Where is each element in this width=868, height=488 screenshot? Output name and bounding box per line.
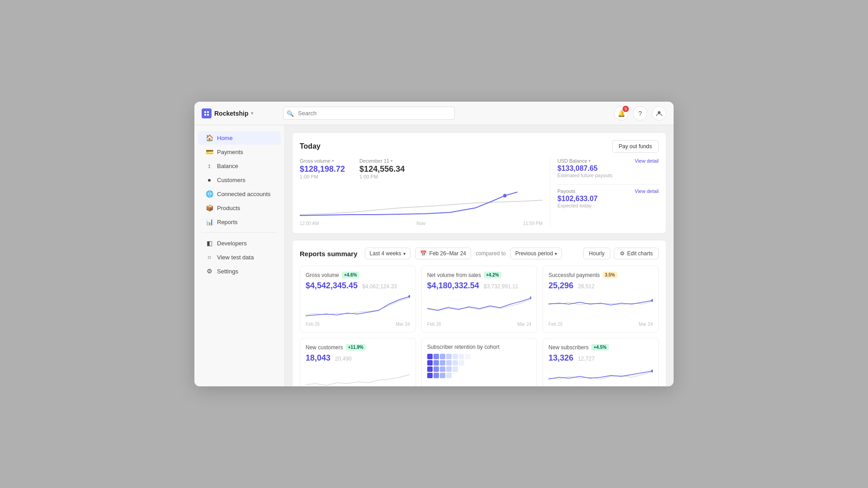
metrics-row: Gross volume ▾ $128,198.72 1:00 PM Decem… xyxy=(300,158,542,179)
cohort-cell xyxy=(427,354,433,359)
stat-new-subscribers-header: New subscribers +4.5% xyxy=(548,344,653,351)
customers-icon: ● xyxy=(205,176,213,183)
compared-to-label: compared to xyxy=(476,250,506,257)
payouts-link[interactable]: View detail xyxy=(635,188,659,194)
date-range-button[interactable]: 📅 Feb 26–Mar 24 xyxy=(415,248,471,259)
edit-charts-button[interactable]: ⚙ Edit charts xyxy=(614,248,659,259)
reports-icon: 📊 xyxy=(205,218,213,225)
search-icon: 🔍 xyxy=(287,110,294,117)
top-actions: 🔔 9 ? xyxy=(614,106,666,121)
balance-icon: ↕ xyxy=(205,162,213,169)
cohort-cell xyxy=(446,360,452,366)
search-input[interactable] xyxy=(283,107,455,120)
cohort-cell xyxy=(440,360,445,366)
cohort-cell xyxy=(453,366,458,372)
today-balance-area: USD Balance ▾ View detail $133,087.65 Es… xyxy=(550,158,659,226)
stat-gross-volume-footer: Feb 26 Mar 24 xyxy=(306,322,410,327)
time-filter-button[interactable]: Last 4 weeks ▾ xyxy=(365,248,410,259)
cohort-cell xyxy=(434,360,439,366)
brand-chevron: ▾ xyxy=(251,111,253,116)
stat-card-gross-volume: Gross volume +4.6% $4,542,345.45 $4,062,… xyxy=(300,266,416,333)
stat-grid: Gross volume +4.6% $4,542,345.45 $4,062,… xyxy=(300,266,659,386)
stat-new-customers-name: New customers xyxy=(306,344,343,351)
svg-point-5 xyxy=(503,194,506,197)
gross-volume-value: $128,198.72 xyxy=(300,164,345,174)
sidebar-item-settings[interactable]: ⚙ Settings xyxy=(198,264,281,278)
stat-new-subscribers-chart xyxy=(548,366,653,386)
cohort-visualization xyxy=(427,354,532,378)
payouts-sub: Expected today xyxy=(557,203,659,208)
content-area: Today Pay out funds Gross volume ▾ $128,… xyxy=(285,125,674,386)
cohort-cell xyxy=(434,354,439,359)
stat-card-new-customers: New customers +11.9% 18,043 20,490 xyxy=(300,338,416,386)
cohort-cell xyxy=(453,360,458,366)
cohort-cell xyxy=(440,366,445,372)
sidebar-item-reports[interactable]: 📊 Reports xyxy=(198,215,281,229)
today-card-header: Today Pay out funds xyxy=(300,140,659,153)
payout-button[interactable]: Pay out funds xyxy=(612,140,659,153)
cohort-cell xyxy=(434,373,439,378)
payments-icon: 💳 xyxy=(205,148,213,155)
stat-successful-payments-chart xyxy=(548,294,653,319)
cohort-cell xyxy=(427,360,433,366)
cohort-cell xyxy=(465,354,471,359)
stat-new-customers-secondary: 20,490 xyxy=(335,356,352,362)
payouts-value: $102,633.07 xyxy=(557,195,659,203)
cohort-cell xyxy=(440,354,445,359)
sidebar-item-view-test-data[interactable]: ○ View test data xyxy=(198,250,281,264)
stat-new-customers-header: New customers +11.9% xyxy=(306,344,410,351)
sidebar-item-payments[interactable]: 💳 Payments xyxy=(198,145,281,159)
cohort-row-3 xyxy=(427,366,532,372)
cohort-cell xyxy=(453,354,458,359)
date-chevron: ▾ xyxy=(391,159,393,163)
cohort-cell xyxy=(459,354,464,359)
today-card: Today Pay out funds Gross volume ▾ $128,… xyxy=(292,132,666,234)
stat-net-volume-primary: $4,180,332.54 xyxy=(427,281,479,291)
hourly-button[interactable]: Hourly xyxy=(583,248,611,259)
today-title: Today xyxy=(300,142,321,150)
cohort-cell xyxy=(446,373,452,378)
previous-period-button[interactable]: Previous period ▾ xyxy=(510,248,562,259)
usd-balance-link[interactable]: View detail xyxy=(635,158,659,164)
notifications-button[interactable]: 🔔 9 xyxy=(614,106,628,121)
help-button[interactable]: ? xyxy=(633,106,647,121)
gross-volume-chevron: ▾ xyxy=(332,159,334,163)
sidebar-item-developers[interactable]: ◧ Developers xyxy=(198,236,281,250)
date-value: $124,556.34 xyxy=(359,164,405,174)
stat-gross-volume-header: Gross volume +4.6% xyxy=(306,272,410,278)
account-button[interactable] xyxy=(652,106,666,121)
payouts-header: Payouts View detail xyxy=(557,188,659,195)
stat-gross-volume-badge: +4.6% xyxy=(342,272,359,278)
stat-new-subscribers-primary: 13,326 xyxy=(548,353,573,363)
reports-actions: Hourly ⚙ Edit charts xyxy=(583,248,659,259)
today-chart xyxy=(300,183,542,219)
stat-net-volume-secondary: $3,732,991.11 xyxy=(484,283,519,290)
sidebar-item-home[interactable]: 🏠 Home xyxy=(198,131,281,145)
svg-rect-3 xyxy=(207,114,209,116)
time-filter-chevron: ▾ xyxy=(403,251,406,256)
svg-point-4 xyxy=(658,111,660,114)
today-body: Gross volume ▾ $128,198.72 1:00 PM Decem… xyxy=(300,158,659,226)
stat-net-volume-badge: +4.2% xyxy=(484,272,501,278)
stat-gross-volume-values: $4,542,345.45 $4,062,124.33 xyxy=(306,281,410,291)
reports-header: Reports summary Last 4 weeks ▾ 📅 Feb 26–… xyxy=(300,248,659,259)
sidebar-item-products[interactable]: 📦 Products xyxy=(198,201,281,215)
sidebar-item-balance[interactable]: ↕ Balance xyxy=(198,159,281,173)
stat-successful-payments-header: Successful payments 3.5% xyxy=(548,272,653,278)
stat-new-subscribers-secondary: 12,727 xyxy=(578,356,594,362)
stat-card-successful-payments: Successful payments 3.5% 25,296 28,512 xyxy=(542,266,659,333)
home-icon: 🏠 xyxy=(205,134,213,141)
stat-net-volume-values: $4,180,332.54 $3,732,991.11 xyxy=(427,281,532,291)
svg-rect-0 xyxy=(204,111,206,113)
sidebar-item-connected-accounts[interactable]: 🌐 Connected accounts xyxy=(198,187,281,201)
date-metric: December 11 ▾ $124,556.34 1:00 PM xyxy=(359,158,405,179)
usd-balance-chevron: ▾ xyxy=(589,159,591,163)
cohort-cell xyxy=(459,360,464,366)
date-label: December 11 ▾ xyxy=(359,158,405,164)
stat-card-net-volume: Net volume from sales +4.2% $4,180,332.5… xyxy=(421,266,538,333)
top-bar: Rocketship ▾ 🔍 🔔 9 ? xyxy=(194,102,674,125)
cohort-cell xyxy=(427,366,433,372)
sidebar-item-customers[interactable]: ● Customers xyxy=(198,173,281,187)
nav-divider xyxy=(202,232,277,233)
svg-rect-2 xyxy=(204,114,206,116)
